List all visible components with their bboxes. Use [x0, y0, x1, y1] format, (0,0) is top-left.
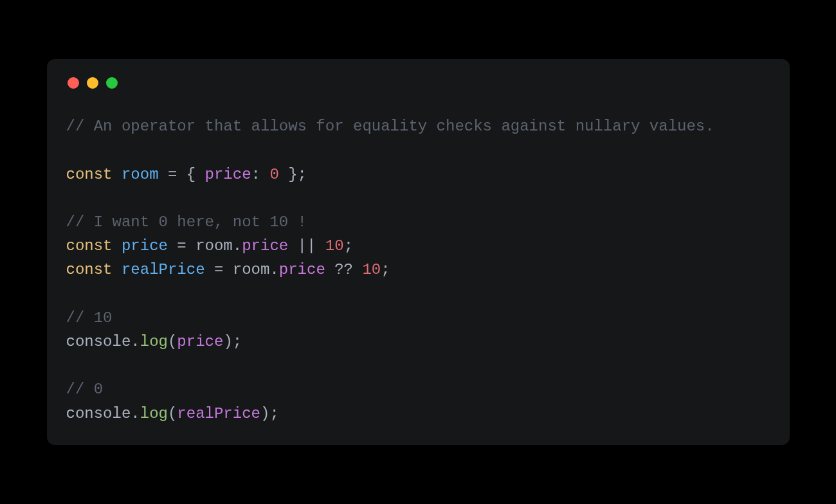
- code-punct: =: [214, 261, 223, 278]
- code-punct: =: [177, 237, 186, 255]
- code-operator: ||: [298, 237, 316, 255]
- code-punct: }: [288, 166, 297, 183]
- code-punct: .: [131, 405, 140, 422]
- code-space: [177, 166, 186, 183]
- code-comment: // I want 0 here, not 10 !: [66, 213, 307, 231]
- code-variable: realPrice: [122, 261, 205, 278]
- code-object: console: [66, 405, 131, 422]
- code-punct: .: [131, 333, 140, 350]
- code-punct: :: [251, 166, 260, 183]
- code-space: [260, 166, 269, 183]
- code-space: [113, 237, 122, 255]
- code-space: [325, 261, 334, 278]
- code-punct: ;: [233, 333, 242, 350]
- code-number: 10: [362, 261, 381, 278]
- code-number: 0: [269, 166, 278, 183]
- minimize-icon[interactable]: [87, 77, 98, 89]
- code-space: [159, 166, 168, 183]
- code-keyword: const: [66, 261, 113, 278]
- code-property: price: [205, 166, 251, 183]
- code-space: [288, 237, 297, 255]
- code-punct: ): [223, 333, 232, 350]
- code-variable: price: [122, 237, 168, 255]
- code-block: // An operator that allows for equality …: [66, 114, 770, 425]
- code-object: room: [233, 261, 270, 278]
- code-property: price: [242, 237, 288, 255]
- code-space: [113, 166, 122, 183]
- code-object: console: [66, 333, 131, 350]
- code-space: [195, 166, 204, 183]
- code-punct: ;: [269, 405, 278, 422]
- code-punct: ): [260, 405, 269, 422]
- code-space: [279, 166, 288, 183]
- code-space: [353, 261, 362, 278]
- code-operator: ??: [334, 261, 353, 278]
- code-property: price: [279, 261, 325, 278]
- code-punct: ;: [298, 166, 307, 183]
- code-space: [316, 237, 325, 255]
- code-comment: // 10: [66, 309, 113, 327]
- code-punct: .: [269, 261, 278, 278]
- code-comment: // An operator that allows for equality …: [66, 118, 714, 135]
- close-icon[interactable]: [68, 77, 79, 89]
- code-space: [168, 237, 177, 255]
- code-punct: =: [168, 166, 177, 183]
- code-punct: (: [168, 405, 177, 422]
- code-punct: {: [186, 166, 195, 183]
- code-keyword: const: [66, 166, 113, 183]
- code-object: room: [195, 237, 233, 255]
- code-punct: ;: [344, 237, 353, 255]
- code-keyword: const: [66, 237, 113, 255]
- code-comment: // 0: [66, 381, 104, 398]
- code-punct: ;: [381, 261, 390, 278]
- code-function: log: [140, 405, 168, 422]
- window-controls: [66, 77, 770, 89]
- code-punct: (: [168, 333, 177, 350]
- code-argument: realPrice: [177, 405, 260, 422]
- code-variable: room: [122, 166, 159, 183]
- code-punct: .: [233, 237, 242, 255]
- maximize-icon[interactable]: [106, 77, 118, 89]
- code-space: [186, 237, 195, 255]
- code-number: 10: [325, 237, 344, 255]
- code-space: [113, 261, 122, 278]
- code-argument: price: [177, 333, 223, 350]
- code-space: [223, 261, 232, 278]
- code-window: // An operator that allows for equality …: [47, 59, 790, 444]
- code-function: log: [140, 333, 168, 350]
- code-space: [205, 261, 214, 278]
